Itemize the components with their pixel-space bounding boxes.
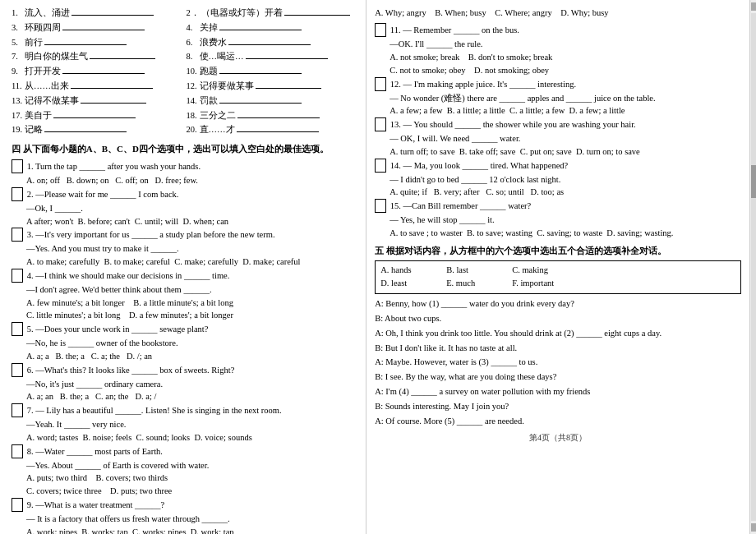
mc-item-9: 9. —What is a water treatment ______? — [12, 498, 357, 512]
conv-line-6: B: I see. By the way, what are you doing… — [375, 371, 741, 384]
mc-options-9: A. work; pipes B. works; tap C. works; p… — [12, 526, 357, 534]
fill-item-17: 17. 美自于 — [12, 109, 183, 123]
mc-options-5: A. a; a B. the; a C. a; the D. /; an — [12, 350, 357, 363]
scrollbar-thumb[interactable] — [751, 165, 756, 198]
mc-options-12: A. a few; a few B. a little; a little C.… — [375, 104, 741, 117]
word-bank-row2: D. least E. much F. important — [380, 277, 735, 291]
conv-line-4: B: But I don't like it. It has no taste … — [375, 342, 741, 356]
mc-options-1: A. on; off B. down; on C. off; on D. fre… — [12, 174, 357, 187]
right-page: A. Why; angry B. When; busy C. Where; an… — [366, 0, 749, 534]
scroll-up-btn[interactable] — [751, 2, 756, 11]
mc-options-13: A. turn off; to save B. take off; save C… — [375, 145, 741, 159]
mc-item-11: 11. — Remember ______ on the bus. — [375, 23, 741, 37]
mc-options-11b: C. not to smoke; obey D. not smoking; ob… — [375, 64, 741, 77]
mc-item-7: 7. — Lily has a beautiful ______. Listen… — [12, 403, 357, 417]
fill-item-10: 10. 跑题 — [187, 65, 358, 79]
fill-item-3: 3. 环顾四周 — [12, 21, 183, 35]
conv-line-9: A: Of course. More (5) ______ are needed… — [375, 415, 741, 429]
mc-options-7: A. word; tastes B. noise; feels C. sound… — [12, 431, 357, 444]
conv-line-8: B: Sounds interesting. May I join you? — [375, 400, 741, 414]
conv-line-3: A: Oh, I think you drink too little. You… — [375, 327, 741, 341]
fill-item-6: 6. 浪费水 — [187, 36, 358, 50]
fill-item-4: 4. 关掉 — [187, 21, 358, 35]
mc-options-4a: A. few minute's; a bit longer B. a littl… — [12, 297, 357, 310]
right-mc-section: 11. — Remember ______ on the bus. —OK. I… — [375, 23, 741, 239]
mc-section: 1. Turn the tap ______ after you wash yo… — [12, 159, 357, 534]
mc-item-15: 15. —Can Bill remember ______ water? — [375, 199, 741, 213]
mc-options-14: A. quite; if B. very; after C. so; until… — [375, 186, 741, 199]
section4-title: 四 从下面每小题的A、B、C、D四个选项中，选出可以填入空白处的最佳选项。 — [12, 142, 357, 156]
mc-item-2: 2. —Please wait for me ______ I com back… — [12, 187, 357, 201]
scrollbar-track[interactable] — [751, 13, 756, 521]
mc-options-3: A. to make; carefully B. to make; carefu… — [12, 255, 357, 269]
conv-line-7: A: I'm (4) ______ a survey on water poll… — [375, 385, 741, 399]
fill-item-7: 7. 明白你的煤生气 — [12, 50, 183, 64]
conv-line-2: B: About two cups. — [375, 312, 741, 326]
mc-item-1: 1. Turn the tap ______ after you wash yo… — [12, 159, 357, 173]
mc-item-14: 14. — Ma, you look ______ tired. What ha… — [375, 159, 741, 173]
fill-item-18: 18. 三分之二 — [187, 109, 358, 123]
mc-item-3: 3. —It's very important for us ______ a … — [12, 228, 357, 242]
mc-options-4b: C. little minutes'; a bit long D. a few … — [12, 309, 357, 322]
mc-item-8: 8. —Water ______ most parts of Earth. — [12, 444, 357, 458]
word-bank: A. hands B. last C. making D. least E. m… — [375, 260, 741, 295]
fill-item-8: 8. 使…喝运… — [187, 50, 358, 64]
mc-item-13: 13. — You should ______ the shower while… — [375, 117, 741, 131]
conv-line-5: A: Maybe. However, water is (3) ______ t… — [375, 356, 741, 370]
mc-item-4: 4. —I think we should make our decisions… — [12, 269, 357, 283]
right-page-num: 第4页（共8页） — [375, 431, 741, 444]
conversation: A: Benny, how (1) ______ water do you dr… — [375, 297, 741, 428]
mc-item-5: 5. —Does your uncle work in ______ sewag… — [12, 322, 357, 336]
mc-options-8b: C. covers; twice three D. puts; two thre… — [12, 485, 357, 498]
scroll-down-btn[interactable] — [751, 523, 756, 532]
mc-options-15: A. to save ; to waster B. to save; wasti… — [375, 227, 741, 240]
mc-options-2: A after; won't B. before; can't C. until… — [12, 215, 357, 228]
mc-options-6: A. a; an B. the; a C. an; the D. a; / — [12, 390, 357, 403]
fill-item-12: 12. 记得要做某事 — [187, 80, 358, 94]
exam-page: 1. 流入、涌进 2． （电器或灯等）开着 3. 环顾四周 4. 关掉 5. — [0, 0, 756, 534]
fill-item-5: 5. 前行 — [12, 36, 183, 50]
fill-item-14: 14. 罚款 — [187, 94, 358, 108]
fill-grid: 1. 流入、涌进 2． （电器或灯等）开着 3. 环顾四周 4. 关掉 5. — [12, 7, 357, 137]
scrollbar[interactable] — [749, 0, 756, 534]
mc-item-6: 6. —What's this? It looks like ______ bo… — [12, 363, 357, 377]
mc-item-12: 12. — I'm making apple juice. It's _____… — [375, 77, 741, 91]
fill-item-9: 9. 打开开发 — [12, 65, 183, 79]
left-page: 1. 流入、涌进 2． （电器或灯等）开着 3. 环顾四周 4. 关掉 5. — [0, 0, 366, 534]
fill-item-20: 20. 直……才 — [187, 123, 358, 137]
section5-title: 五 根据对话内容，从方框中的六个选项中选出五个合适的选项补全对话。 — [375, 244, 741, 258]
fill-item-2: 2． （电器或灯等）开着 — [187, 7, 358, 21]
conv-line-1: A: Benny, how (1) ______ water do you dr… — [375, 297, 741, 311]
fill-item-1: 1. 流入、涌进 — [12, 7, 183, 21]
mc-options-8a: A. puts; two third B. covers; two thirds — [12, 472, 357, 485]
fill-item-19: 19. 记略 — [12, 123, 183, 137]
fill-item-13: 13. 记得不做某事 — [12, 94, 183, 108]
word-bank-row1: A. hands B. last C. making — [380, 264, 735, 278]
top-options-row: A. Why; angry B. When; busy C. Where; an… — [375, 7, 741, 20]
fill-item-11: 11. 从……出来 — [12, 80, 183, 94]
mc-options-11a: A. not smoke; break B. don't to smoke; b… — [375, 51, 741, 64]
